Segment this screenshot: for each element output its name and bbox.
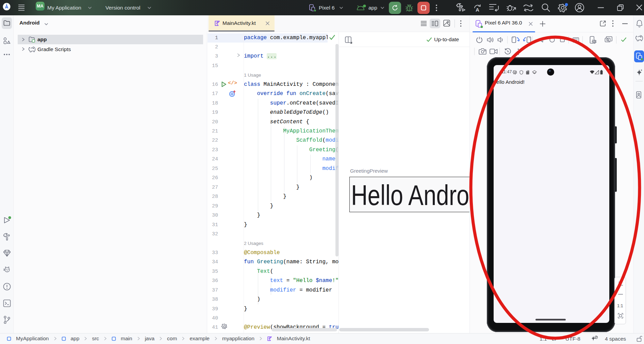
svg-text:A: A: [476, 7, 479, 12]
